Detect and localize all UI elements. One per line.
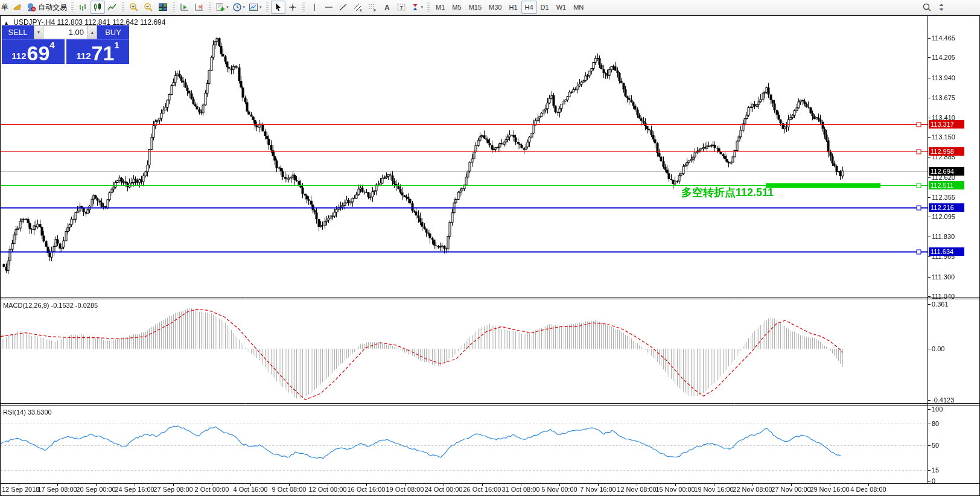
auto-scroll-button[interactable] xyxy=(177,1,192,14)
horizontal-line-button[interactable] xyxy=(322,1,336,14)
rsi-axis-tick: 80 xyxy=(932,420,939,427)
time-axis-label: 26 Oct 16:00 xyxy=(463,486,501,493)
time-axis-label: 27 Nov 00:00 xyxy=(771,486,810,493)
up-down-arrows-icon xyxy=(937,2,946,12)
volume-down-button[interactable]: ▼ xyxy=(34,25,43,39)
current-price-tag: 112.694 xyxy=(929,167,964,176)
channel-button[interactable]: E xyxy=(351,1,365,14)
time-axis-label: 24 Sep 16:00 xyxy=(115,486,154,493)
volume-up-button[interactable]: ▲ xyxy=(88,25,97,39)
line-chart-icon xyxy=(107,2,117,12)
time-axis-label: 9 Oct 08:00 xyxy=(272,486,307,493)
time-axis-label: 22 Nov 08:00 xyxy=(733,486,772,493)
label-icon: T xyxy=(396,2,406,12)
buy-price-pip: 1 xyxy=(114,41,119,49)
price-axis-tick: 112.355 xyxy=(932,194,955,201)
horizontal-line-icon xyxy=(324,2,334,12)
annotation-text[interactable]: 多空转折点112.511 xyxy=(681,185,774,200)
one-click-trading-panel: SELL ▼ ▲ BUY 112 69 4 112 71 1 xyxy=(2,25,129,64)
hline-price-tag: 111.634 xyxy=(929,247,964,256)
robot-icon xyxy=(27,2,36,12)
auto-trading-label: 自动交易 xyxy=(38,2,67,13)
indicators-button[interactable]: ▾ xyxy=(214,1,231,14)
templates-button[interactable]: ▾ xyxy=(247,1,264,14)
macd-axis-tick: 0.361 xyxy=(932,300,949,308)
clock-icon xyxy=(232,2,242,12)
timeframe-h1-button[interactable]: H1 xyxy=(505,1,521,14)
timeframe-mn-button[interactable]: MN xyxy=(570,1,587,14)
rsi-label: RSI(14) 33.5300 xyxy=(3,409,52,416)
new-order-button[interactable] xyxy=(10,1,25,14)
line-chart-button[interactable] xyxy=(105,1,119,14)
volume-input[interactable] xyxy=(43,25,88,39)
timeframe-w1-button[interactable]: W1 xyxy=(553,1,570,14)
text-tool-button[interactable]: A xyxy=(380,1,394,14)
template-icon xyxy=(249,2,258,12)
tile-windows-button[interactable] xyxy=(156,1,170,14)
zoom-in-icon xyxy=(129,2,139,12)
rsi-axis-tick: 100 xyxy=(932,405,943,413)
fibonacci-icon: F xyxy=(368,2,377,12)
equidistant-channel-icon: E xyxy=(353,2,363,12)
rsi-axis-tick: 50 xyxy=(932,442,939,449)
candlestick-icon xyxy=(93,2,103,12)
new-order-label-cut[interactable]: 单 xyxy=(1,2,8,13)
zoom-in-button[interactable] xyxy=(127,1,141,14)
time-axis-label: 27 Sep 08:00 xyxy=(153,486,192,493)
timeframe-h4-button[interactable]: H4 xyxy=(521,1,537,14)
timeframe-m15-button[interactable]: M15 xyxy=(465,1,485,14)
bar-chart-button[interactable] xyxy=(76,1,91,14)
sell-price-display[interactable]: 112 69 4 xyxy=(2,39,65,64)
toolbar-overflow-button[interactable] xyxy=(934,1,949,14)
chart-window: ▲ USDJPY-,H4 112.803 112.841 112.642 112… xyxy=(0,15,980,496)
search-button[interactable] xyxy=(920,1,934,14)
vertical-line-button[interactable] xyxy=(307,1,322,14)
zoom-out-icon xyxy=(144,2,153,12)
time-axis-label: 5 Nov 00:00 xyxy=(541,486,577,493)
zoom-out-button[interactable] xyxy=(141,1,156,14)
toolbar-separator xyxy=(71,2,74,13)
timeframe-d1-button[interactable]: D1 xyxy=(537,1,553,14)
time-axis-label: 2 Oct 00:00 xyxy=(195,486,229,493)
buy-price-prefix: 112 xyxy=(76,50,91,62)
hline-price-tag: 112.511 xyxy=(929,181,964,189)
hline-price-tag: 113.317 xyxy=(929,120,964,129)
buy-price-display[interactable]: 112 71 1 xyxy=(66,39,129,64)
label-tool-button[interactable]: T xyxy=(394,1,409,14)
price-axis-tick: 111.300 xyxy=(932,273,955,281)
timeframe-m30-button[interactable]: M30 xyxy=(485,1,505,14)
sell-button[interactable]: SELL xyxy=(2,25,34,39)
rsi-axis-tick: 0 xyxy=(932,477,935,485)
time-axis-label: 15 Nov 00:00 xyxy=(655,486,695,493)
toolbar-separator xyxy=(122,2,124,13)
price-axis-tick: 113.150 xyxy=(932,133,955,141)
dropdown-caret: ▾ xyxy=(259,5,262,10)
svg-text:A: A xyxy=(384,4,390,12)
timeframe-m5-button[interactable]: M5 xyxy=(448,1,465,14)
cursor-button[interactable] xyxy=(271,1,285,14)
auto-trading-button[interactable]: 自动交易 xyxy=(25,1,69,14)
fibonacci-button[interactable]: F xyxy=(365,1,380,14)
time-axis-label: 31 Oct 08:00 xyxy=(502,486,540,493)
time-axis-label: 24 Oct 00:00 xyxy=(425,486,463,493)
chart-canvas[interactable] xyxy=(1,16,979,495)
time-axis-label: 12 Nov 08:00 xyxy=(617,486,656,493)
trendline-button[interactable] xyxy=(336,1,351,14)
toolbar-separator xyxy=(427,2,430,13)
timeframe-m1-button[interactable]: M1 xyxy=(432,1,448,14)
periods-button[interactable]: ▾ xyxy=(231,1,247,14)
time-axis-label: 19 Oct 08:00 xyxy=(386,486,424,493)
buy-button[interactable]: BUY xyxy=(97,25,129,39)
price-axis-tick: 113.675 xyxy=(932,94,955,101)
toolbar-separator xyxy=(173,2,175,13)
chart-shift-button[interactable] xyxy=(192,1,206,14)
vertical-line-icon xyxy=(310,2,319,12)
arrows-tool-button[interactable]: ▾ xyxy=(409,1,425,14)
indicators-icon xyxy=(215,2,225,12)
candlestick-chart-button[interactable] xyxy=(91,1,105,14)
toolbar-separator xyxy=(209,2,211,13)
search-icon xyxy=(922,2,932,12)
horn-icon xyxy=(13,2,22,12)
crosshair-button[interactable] xyxy=(285,1,300,14)
arrows-icon xyxy=(410,2,420,12)
